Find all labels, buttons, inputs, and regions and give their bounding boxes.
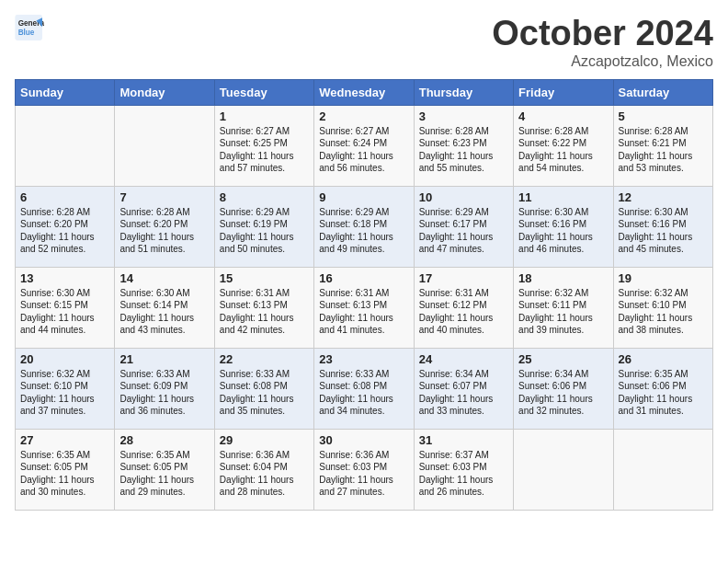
day-number: 31 (419, 433, 508, 447)
day-info: Sunrise: 6:36 AM Sunset: 6:03 PM Dayligh… (319, 449, 408, 499)
day-info: Sunrise: 6:34 AM Sunset: 6:06 PM Dayligh… (518, 368, 608, 418)
day-info: Sunrise: 6:32 AM Sunset: 6:11 PM Dayligh… (518, 287, 608, 337)
calendar-cell: 19Sunrise: 6:32 AM Sunset: 6:10 PM Dayli… (613, 267, 712, 348)
day-info: Sunrise: 6:33 AM Sunset: 6:09 PM Dayligh… (119, 368, 209, 418)
month-title: October 2024 (492, 15, 713, 53)
calendar-table: SundayMondayTuesdayWednesdayThursdayFrid… (15, 79, 713, 511)
calendar-cell: 16Sunrise: 6:31 AM Sunset: 6:13 PM Dayli… (314, 267, 414, 348)
day-number: 11 (518, 190, 608, 204)
calendar-week-5: 27Sunrise: 6:35 AM Sunset: 6:05 PM Dayli… (16, 429, 713, 510)
calendar-cell: 31Sunrise: 6:37 AM Sunset: 6:03 PM Dayli… (414, 429, 513, 510)
header-sunday: Sunday (16, 79, 115, 105)
logo-icon: General Blue (15, 15, 44, 40)
calendar-cell: 8Sunrise: 6:29 AM Sunset: 6:19 PM Daylig… (214, 186, 313, 267)
day-info: Sunrise: 6:35 AM Sunset: 6:05 PM Dayligh… (119, 449, 209, 499)
day-number: 29 (220, 433, 309, 447)
day-info: Sunrise: 6:35 AM Sunset: 6:06 PM Dayligh… (619, 368, 708, 418)
calendar-cell: 21Sunrise: 6:33 AM Sunset: 6:09 PM Dayli… (115, 348, 214, 429)
day-info: Sunrise: 6:33 AM Sunset: 6:08 PM Dayligh… (319, 368, 408, 418)
day-info: Sunrise: 6:28 AM Sunset: 6:20 PM Dayligh… (119, 206, 209, 256)
day-number: 21 (119, 352, 209, 366)
day-number: 27 (20, 433, 109, 447)
calendar-cell: 22Sunrise: 6:33 AM Sunset: 6:08 PM Dayli… (214, 348, 313, 429)
day-number: 23 (319, 352, 408, 366)
calendar-cell: 1Sunrise: 6:27 AM Sunset: 6:25 PM Daylig… (214, 105, 313, 186)
calendar-cell: 29Sunrise: 6:36 AM Sunset: 6:04 PM Dayli… (214, 429, 313, 510)
calendar-cell: 9Sunrise: 6:29 AM Sunset: 6:18 PM Daylig… (314, 186, 414, 267)
calendar-cell: 28Sunrise: 6:35 AM Sunset: 6:05 PM Dayli… (115, 429, 214, 510)
calendar-cell: 13Sunrise: 6:30 AM Sunset: 6:15 PM Dayli… (16, 267, 115, 348)
calendar-cell: 11Sunrise: 6:30 AM Sunset: 6:16 PM Dayli… (514, 186, 613, 267)
calendar-cell: 14Sunrise: 6:30 AM Sunset: 6:14 PM Dayli… (115, 267, 214, 348)
day-number: 19 (619, 271, 708, 285)
day-number: 5 (619, 109, 708, 123)
day-number: 9 (319, 190, 408, 204)
day-info: Sunrise: 6:35 AM Sunset: 6:05 PM Dayligh… (20, 449, 109, 499)
day-info: Sunrise: 6:29 AM Sunset: 6:19 PM Dayligh… (220, 206, 309, 256)
day-number: 3 (419, 109, 508, 123)
day-number: 17 (419, 271, 508, 285)
day-number: 6 (20, 190, 109, 204)
day-info: Sunrise: 6:34 AM Sunset: 6:07 PM Dayligh… (419, 368, 508, 418)
day-info: Sunrise: 6:32 AM Sunset: 6:10 PM Dayligh… (619, 287, 708, 337)
day-number: 2 (319, 109, 408, 123)
day-number: 10 (419, 190, 508, 204)
header-friday: Friday (514, 79, 613, 105)
day-number: 30 (319, 433, 408, 447)
day-info: Sunrise: 6:27 AM Sunset: 6:25 PM Dayligh… (220, 125, 309, 175)
calendar-cell: 3Sunrise: 6:28 AM Sunset: 6:23 PM Daylig… (414, 105, 513, 186)
calendar-cell (613, 429, 712, 510)
day-number: 12 (619, 190, 708, 204)
svg-text:Blue: Blue (18, 29, 35, 37)
calendar-cell (115, 105, 214, 186)
calendar-cell: 24Sunrise: 6:34 AM Sunset: 6:07 PM Dayli… (414, 348, 513, 429)
calendar-cell: 26Sunrise: 6:35 AM Sunset: 6:06 PM Dayli… (613, 348, 712, 429)
calendar-cell: 15Sunrise: 6:31 AM Sunset: 6:13 PM Dayli… (214, 267, 313, 348)
day-number: 20 (20, 352, 109, 366)
calendar-cell: 10Sunrise: 6:29 AM Sunset: 6:17 PM Dayli… (414, 186, 513, 267)
calendar-cell: 12Sunrise: 6:30 AM Sunset: 6:16 PM Dayli… (613, 186, 712, 267)
page-header: General Blue October 2024 Azcapotzalco, … (15, 15, 713, 70)
header-tuesday: Tuesday (214, 79, 313, 105)
calendar-cell: 2Sunrise: 6:27 AM Sunset: 6:24 PM Daylig… (314, 105, 414, 186)
location-subtitle: Azcapotzalco, Mexico (492, 53, 713, 70)
calendar-cell: 4Sunrise: 6:28 AM Sunset: 6:22 PM Daylig… (514, 105, 613, 186)
day-info: Sunrise: 6:32 AM Sunset: 6:10 PM Dayligh… (20, 368, 109, 418)
day-info: Sunrise: 6:29 AM Sunset: 6:17 PM Dayligh… (419, 206, 508, 256)
header-thursday: Thursday (414, 79, 513, 105)
day-number: 13 (20, 271, 109, 285)
calendar-cell: 25Sunrise: 6:34 AM Sunset: 6:06 PM Dayli… (514, 348, 613, 429)
day-info: Sunrise: 6:30 AM Sunset: 6:16 PM Dayligh… (619, 206, 708, 256)
day-info: Sunrise: 6:31 AM Sunset: 6:13 PM Dayligh… (220, 287, 309, 337)
day-number: 24 (419, 352, 508, 366)
day-info: Sunrise: 6:29 AM Sunset: 6:18 PM Dayligh… (319, 206, 408, 256)
day-number: 28 (119, 433, 209, 447)
calendar-cell: 5Sunrise: 6:28 AM Sunset: 6:21 PM Daylig… (613, 105, 712, 186)
header-monday: Monday (115, 79, 214, 105)
day-number: 15 (220, 271, 309, 285)
day-info: Sunrise: 6:28 AM Sunset: 6:21 PM Dayligh… (619, 125, 708, 175)
calendar-cell (514, 429, 613, 510)
day-info: Sunrise: 6:31 AM Sunset: 6:12 PM Dayligh… (419, 287, 508, 337)
logo: General Blue (15, 15, 44, 40)
day-info: Sunrise: 6:28 AM Sunset: 6:23 PM Dayligh… (419, 125, 508, 175)
day-number: 1 (220, 109, 309, 123)
title-block: October 2024 Azcapotzalco, Mexico (492, 15, 713, 70)
header-saturday: Saturday (613, 79, 712, 105)
day-number: 16 (319, 271, 408, 285)
calendar-week-1: 1Sunrise: 6:27 AM Sunset: 6:25 PM Daylig… (16, 105, 713, 186)
calendar-week-4: 20Sunrise: 6:32 AM Sunset: 6:10 PM Dayli… (16, 348, 713, 429)
day-number: 7 (119, 190, 209, 204)
day-number: 14 (119, 271, 209, 285)
day-info: Sunrise: 6:28 AM Sunset: 6:20 PM Dayligh… (20, 206, 109, 256)
calendar-cell (16, 105, 115, 186)
day-info: Sunrise: 6:30 AM Sunset: 6:15 PM Dayligh… (20, 287, 109, 337)
calendar-cell: 6Sunrise: 6:28 AM Sunset: 6:20 PM Daylig… (16, 186, 115, 267)
day-info: Sunrise: 6:27 AM Sunset: 6:24 PM Dayligh… (319, 125, 408, 175)
header-wednesday: Wednesday (314, 79, 414, 105)
calendar-cell: 20Sunrise: 6:32 AM Sunset: 6:10 PM Dayli… (16, 348, 115, 429)
calendar-week-3: 13Sunrise: 6:30 AM Sunset: 6:15 PM Dayli… (16, 267, 713, 348)
day-info: Sunrise: 6:37 AM Sunset: 6:03 PM Dayligh… (419, 449, 508, 499)
day-info: Sunrise: 6:36 AM Sunset: 6:04 PM Dayligh… (220, 449, 309, 499)
calendar-body: 1Sunrise: 6:27 AM Sunset: 6:25 PM Daylig… (16, 105, 713, 510)
